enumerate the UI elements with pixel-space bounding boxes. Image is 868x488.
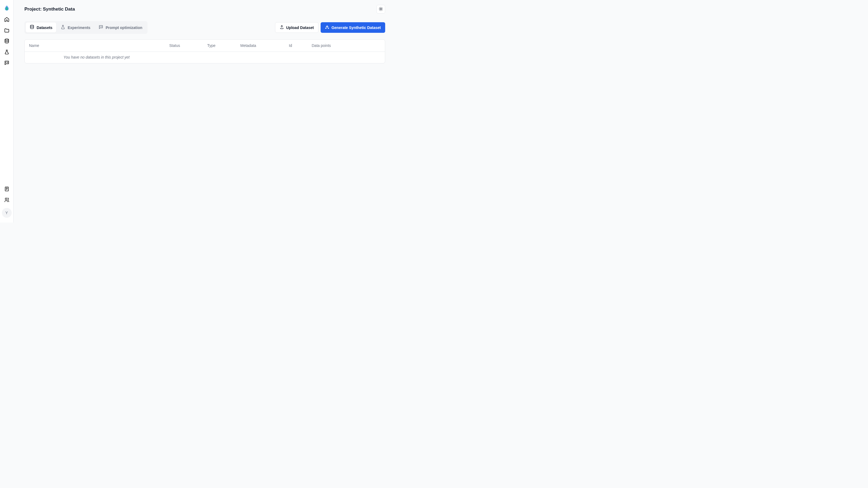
theme-toggle-button[interactable] bbox=[376, 5, 385, 13]
upload-icon bbox=[280, 25, 284, 30]
column-datapoints[interactable]: Data points bbox=[312, 43, 380, 48]
main-content: Project: Synthetic Data Datasets Experim… bbox=[13, 0, 396, 223]
svg-point-3 bbox=[380, 8, 381, 9]
tabs: Datasets Experiments Prompt optimization bbox=[24, 21, 148, 34]
avatar[interactable]: Y bbox=[2, 208, 12, 218]
sparkles-icon bbox=[325, 25, 329, 30]
book-icon[interactable] bbox=[4, 186, 9, 192]
column-metadata[interactable]: Metadata bbox=[240, 43, 289, 48]
table-header: Name Status Type Metadata Id Data points bbox=[25, 40, 385, 52]
button-label: Upload Dataset bbox=[286, 26, 314, 30]
tab-label: Experiments bbox=[67, 26, 90, 30]
flask-icon[interactable] bbox=[4, 50, 9, 55]
message-code-icon[interactable] bbox=[4, 60, 9, 66]
page-title: Project: Synthetic Data bbox=[24, 6, 75, 12]
empty-state-message: You have no datasets in this project yet bbox=[25, 52, 385, 63]
logo[interactable] bbox=[3, 5, 10, 11]
tab-datasets[interactable]: Datasets bbox=[26, 23, 56, 33]
column-type[interactable]: Type bbox=[207, 43, 240, 48]
flask-icon bbox=[61, 25, 65, 30]
actions: Upload Dataset Generate Synthetic Datase… bbox=[275, 22, 385, 33]
tab-label: Prompt optimization bbox=[105, 26, 142, 30]
generate-dataset-button[interactable]: Generate Synthetic Dataset bbox=[321, 22, 385, 33]
sidebar: Y bbox=[0, 0, 13, 223]
database-icon bbox=[30, 25, 34, 30]
column-status[interactable]: Status bbox=[169, 43, 207, 48]
sidebar-nav bbox=[4, 17, 9, 186]
folder-icon[interactable] bbox=[4, 28, 9, 33]
svg-point-2 bbox=[5, 198, 7, 200]
users-icon[interactable] bbox=[4, 197, 9, 202]
tab-experiments[interactable]: Experiments bbox=[57, 23, 94, 33]
tab-label: Datasets bbox=[37, 26, 52, 30]
svg-point-4 bbox=[30, 25, 34, 27]
avatar-initial: Y bbox=[5, 210, 8, 215]
sun-icon bbox=[379, 7, 383, 12]
column-name[interactable]: Name bbox=[29, 43, 169, 48]
message-code-icon bbox=[98, 25, 103, 30]
database-icon[interactable] bbox=[4, 38, 9, 44]
toolbar: Datasets Experiments Prompt optimization bbox=[24, 21, 385, 34]
home-icon[interactable] bbox=[4, 17, 9, 22]
sidebar-bottom: Y bbox=[2, 186, 12, 223]
upload-dataset-button[interactable]: Upload Dataset bbox=[275, 22, 318, 33]
datasets-table: Name Status Type Metadata Id Data points… bbox=[24, 39, 385, 63]
svg-point-0 bbox=[5, 39, 8, 40]
button-label: Generate Synthetic Dataset bbox=[332, 26, 381, 30]
header: Project: Synthetic Data bbox=[24, 5, 385, 13]
column-id[interactable]: Id bbox=[289, 43, 312, 48]
tab-prompt-optimization[interactable]: Prompt optimization bbox=[95, 23, 146, 33]
